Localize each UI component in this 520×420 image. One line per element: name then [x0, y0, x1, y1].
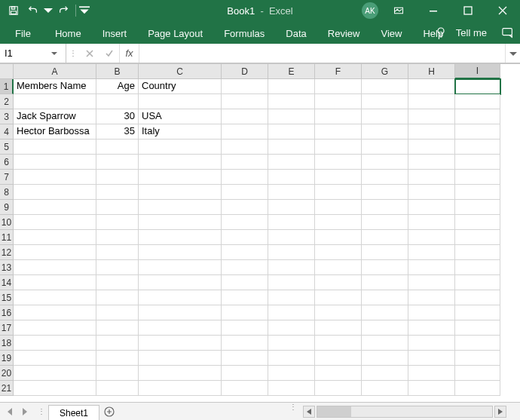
- cell-I20[interactable]: [455, 366, 500, 381]
- cell-G7[interactable]: [362, 170, 408, 185]
- cell-I6[interactable]: [455, 155, 500, 170]
- cell-G3[interactable]: [362, 109, 408, 124]
- cell-H4[interactable]: [408, 124, 455, 139]
- cell-C12[interactable]: [139, 245, 222, 260]
- cell-F16[interactable]: [315, 305, 362, 320]
- cell-B19[interactable]: [96, 351, 139, 366]
- cell-E7[interactable]: [268, 170, 315, 185]
- cell-A15[interactable]: [14, 290, 96, 305]
- cell-I7[interactable]: [455, 170, 500, 185]
- cell-A2[interactable]: [14, 94, 96, 109]
- cell-C4[interactable]: Italy: [139, 124, 222, 139]
- cancel-icon[interactable]: [80, 49, 99, 58]
- cell-G20[interactable]: [362, 366, 408, 381]
- cell-F5[interactable]: [315, 139, 362, 155]
- cell-F12[interactable]: [315, 245, 362, 260]
- cell-C7[interactable]: [139, 170, 222, 185]
- cell-B4[interactable]: 35: [96, 124, 139, 139]
- row-header-15[interactable]: 15: [0, 290, 14, 305]
- cell-I2[interactable]: [455, 94, 500, 109]
- cell-C19[interactable]: [139, 351, 222, 366]
- undo-icon[interactable]: [24, 2, 42, 19]
- cell-B10[interactable]: [96, 215, 139, 230]
- cell-C21[interactable]: [139, 381, 222, 396]
- cell-I13[interactable]: [455, 260, 500, 275]
- scroll-track[interactable]: [317, 406, 493, 418]
- cell-B20[interactable]: [96, 366, 139, 381]
- ribbon-tab-file[interactable]: File: [2, 23, 44, 44]
- cell-F14[interactable]: [315, 275, 362, 290]
- cell-F15[interactable]: [315, 290, 362, 305]
- cell-D9[interactable]: [222, 200, 268, 215]
- sheet-nav-next-icon[interactable]: [18, 406, 30, 418]
- redo-icon[interactable]: [54, 2, 72, 19]
- customize-qat-icon[interactable]: [79, 2, 90, 19]
- cell-G14[interactable]: [362, 275, 408, 290]
- cell-G5[interactable]: [362, 139, 408, 155]
- row-header-16[interactable]: 16: [0, 305, 14, 320]
- horizontal-scrollbar[interactable]: [303, 406, 506, 418]
- cell-H16[interactable]: [408, 305, 455, 320]
- cell-E3[interactable]: [268, 109, 315, 124]
- cell-I1[interactable]: [455, 79, 500, 94]
- cell-B8[interactable]: [96, 185, 139, 200]
- row-header-6[interactable]: 6: [0, 155, 14, 170]
- cell-D20[interactable]: [222, 366, 268, 381]
- cell-I8[interactable]: [455, 185, 500, 200]
- user-avatar[interactable]: AK: [362, 2, 378, 19]
- cell-A12[interactable]: [14, 245, 96, 260]
- cell-E9[interactable]: [268, 200, 315, 215]
- row-header-7[interactable]: 7: [0, 170, 14, 185]
- ribbon-display-options-icon[interactable]: [381, 0, 416, 21]
- cell-E14[interactable]: [268, 275, 315, 290]
- cell-E5[interactable]: [268, 139, 315, 155]
- cell-B18[interactable]: [96, 336, 139, 351]
- cell-D14[interactable]: [222, 275, 268, 290]
- cell-H18[interactable]: [408, 336, 455, 351]
- cell-B9[interactable]: [96, 200, 139, 215]
- cell-A17[interactable]: [14, 320, 96, 336]
- formula-input[interactable]: [139, 44, 505, 63]
- cell-G11[interactable]: [362, 230, 408, 245]
- cell-A21[interactable]: [14, 381, 96, 396]
- row-header-17[interactable]: 17: [0, 320, 14, 336]
- cell-E6[interactable]: [268, 155, 315, 170]
- scroll-left-icon[interactable]: [303, 406, 315, 418]
- cell-B13[interactable]: [96, 260, 139, 275]
- tell-me[interactable]: Tell me: [450, 23, 493, 43]
- cell-H3[interactable]: [408, 109, 455, 124]
- cell-B3[interactable]: 30: [96, 109, 139, 124]
- cell-G15[interactable]: [362, 290, 408, 305]
- cell-F13[interactable]: [315, 260, 362, 275]
- cell-C8[interactable]: [139, 185, 222, 200]
- cell-H5[interactable]: [408, 139, 455, 155]
- cell-A13[interactable]: [14, 260, 96, 275]
- cell-F20[interactable]: [315, 366, 362, 381]
- select-all-corner[interactable]: [0, 64, 14, 79]
- cell-I5[interactable]: [455, 139, 500, 155]
- cell-E18[interactable]: [268, 336, 315, 351]
- cell-A20[interactable]: [14, 366, 96, 381]
- cell-G9[interactable]: [362, 200, 408, 215]
- column-header-D[interactable]: D: [222, 64, 268, 79]
- cell-C2[interactable]: [139, 94, 222, 109]
- cell-A1[interactable]: Members Name: [14, 79, 96, 94]
- cell-C16[interactable]: [139, 305, 222, 320]
- row-header-20[interactable]: 20: [0, 366, 14, 381]
- cell-B21[interactable]: [96, 381, 139, 396]
- cell-G17[interactable]: [362, 320, 408, 336]
- cell-H12[interactable]: [408, 245, 455, 260]
- row-header-8[interactable]: 8: [0, 185, 14, 200]
- cell-A3[interactable]: Jack Sparrow: [14, 109, 96, 124]
- sheet-tab-sheet1[interactable]: Sheet1: [48, 405, 99, 420]
- ribbon-tab-insert[interactable]: Insert: [92, 23, 138, 44]
- cell-I21[interactable]: [455, 381, 500, 396]
- column-header-H[interactable]: H: [408, 64, 455, 79]
- ribbon-tab-data[interactable]: Data: [275, 23, 317, 44]
- ribbon-tab-home[interactable]: Home: [44, 23, 92, 44]
- cell-G16[interactable]: [362, 305, 408, 320]
- scroll-thumb[interactable]: [317, 406, 351, 417]
- cell-D4[interactable]: [222, 124, 268, 139]
- enter-icon[interactable]: [99, 49, 119, 58]
- cell-H17[interactable]: [408, 320, 455, 336]
